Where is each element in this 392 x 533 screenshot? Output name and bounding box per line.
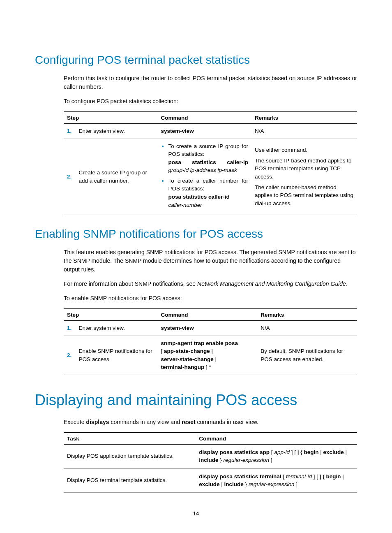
section2-para3: To enable SNMP notifications for POS acc…	[35, 294, 357, 303]
section1-table: Step Command Remarks 1. Enter system vie…	[64, 111, 357, 215]
table-row: 1. Enter system view. system-view N/A	[64, 124, 357, 139]
th-task: Task	[64, 433, 196, 445]
th-command: Command	[157, 112, 251, 124]
step-remarks: N/A	[257, 321, 357, 336]
step-desc: Create a source IP group or add a caller…	[76, 139, 158, 215]
task-desc: Display POS application template statist…	[64, 444, 196, 468]
page-number: 14	[35, 510, 357, 517]
bullet-item: To create a caller number for POS statis…	[168, 177, 248, 209]
task-cmd: display posa statistics terminal [ termi…	[196, 468, 357, 493]
table-row: 1. Enter system view. system-view N/A	[64, 321, 357, 336]
step-cmd: snmp-agent trap enable posa [ app-state-…	[157, 336, 257, 375]
th-command: Command	[157, 309, 257, 321]
section3-heading: Displaying and maintaining POS access	[35, 392, 357, 409]
table-row: 2. Enable SNMP notifications for POS acc…	[64, 336, 357, 375]
table-row: 2. Create a source IP group or add a cal…	[64, 139, 357, 215]
step-remarks: Use either command. The source IP-based …	[251, 139, 357, 215]
th-remarks: Remarks	[251, 112, 357, 124]
step-number: 2.	[64, 336, 76, 375]
table-row: Display POS application template statist…	[64, 444, 357, 468]
step-number: 1.	[64, 124, 76, 139]
section1-para2: To configure POS packet statistics colle…	[35, 97, 357, 106]
th-step: Step	[64, 112, 157, 124]
step-remarks: N/A	[251, 124, 357, 139]
step-desc: Enter system view.	[76, 124, 158, 139]
th-command: Command	[196, 433, 357, 445]
task-cmd: display posa statistics app [ app-id ] […	[196, 444, 357, 468]
th-step: Step	[64, 309, 157, 321]
section2-heading: Enabling SNMP notifications for POS acce…	[35, 227, 357, 241]
step-cmd: system-view	[157, 124, 251, 139]
task-desc: Display POS terminal template statistics…	[64, 468, 196, 493]
bullet-item: To create a source IP group for POS stat…	[168, 142, 248, 174]
step-desc: Enable SNMP notifications for POS access	[76, 336, 158, 375]
step-number: 2.	[64, 139, 76, 215]
section1-heading: Configuring POS terminal packet statisti…	[35, 53, 357, 67]
section2-table: Step Command Remarks 1. Enter system vie…	[64, 308, 357, 375]
table-row: Display POS terminal template statistics…	[64, 468, 357, 493]
step-remarks: By default, SNMP notifications for POS a…	[257, 336, 357, 375]
section3-para1: Execute displays commands in any view an…	[35, 418, 357, 426]
th-remarks: Remarks	[257, 309, 357, 321]
step-desc: Enter system view.	[76, 321, 158, 336]
section1-para1: Perform this task to configure the route…	[35, 74, 357, 91]
step-cmd: system-view	[157, 321, 257, 336]
section2-para2: For more information about SNMP notifica…	[35, 280, 357, 288]
step-cmd: To create a source IP group for POS stat…	[157, 139, 251, 215]
section3-table: Task Command Display POS application tem…	[64, 432, 357, 493]
step-number: 1.	[64, 321, 76, 336]
section2-para1: This feature enables generating SNMP not…	[35, 248, 357, 274]
